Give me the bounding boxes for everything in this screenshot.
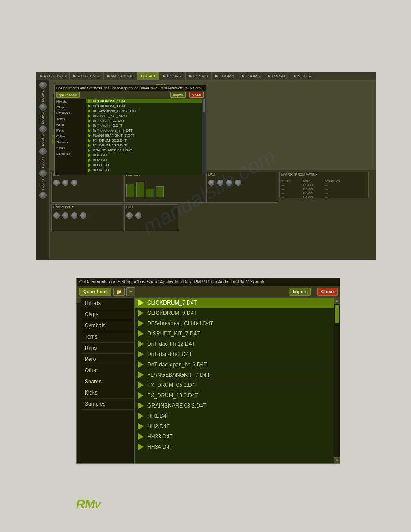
comp-ratio-knob[interactable] xyxy=(62,212,68,219)
scroll-down-btn[interactable]: ▼ xyxy=(334,457,340,463)
loop4-knob[interactable] xyxy=(39,170,47,177)
cat-cymbals-sm[interactable]: Cymbals xyxy=(55,110,86,116)
loop2-knob[interactable] xyxy=(39,125,47,133)
filter-cutoff-knob[interactable] xyxy=(208,180,214,186)
cat-cymbals[interactable]: Cymbals xyxy=(81,320,134,331)
cat-rims-sm[interactable]: Rims xyxy=(55,122,86,128)
tab-pads-33-48[interactable]: ▶PADS 33-48 xyxy=(104,72,137,80)
file-item-1-sm[interactable]: CLICKDRUM_7.D4T xyxy=(86,99,202,103)
file-item-14-sm[interactable]: HH33.D4T xyxy=(86,163,202,167)
tab-pads-01-16[interactable]: ▶PADS 01-16 xyxy=(36,72,70,80)
import-btn-small[interactable]: Import xyxy=(170,92,186,98)
cat-rims[interactable]: Rims xyxy=(81,343,134,354)
compressor-title: Compressor ▼ xyxy=(53,206,74,209)
cat-claps[interactable]: Claps xyxy=(81,309,134,320)
cat-hihats[interactable]: HiHats xyxy=(81,298,134,309)
lfo-section: LFO xyxy=(51,172,123,203)
bs-file-item-9[interactable]: FX_DRUM_05.2.D4T xyxy=(135,380,334,390)
comp-release-knob[interactable] xyxy=(71,212,77,219)
fb-scrollbar-small[interactable] xyxy=(202,99,206,175)
cat-scroll-up[interactable] xyxy=(77,298,81,303)
tab-loop-6[interactable]: ▶LOOP 6 xyxy=(264,72,290,80)
file-item-2-sm[interactable]: CLICKDRUM_9.D4T xyxy=(86,103,202,108)
volume-knob[interactable] xyxy=(39,82,47,89)
bs-file-item-14[interactable]: HH33.D4T xyxy=(135,432,334,442)
close-btn-small[interactable]: Close xyxy=(189,92,204,98)
tab-loop-5[interactable]: ▶LOOP 5 xyxy=(238,72,264,80)
tab-pads-17-32[interactable]: ▶PADS 17-32 xyxy=(70,72,103,80)
import-btn[interactable]: Import xyxy=(289,288,311,296)
filter-kbd-knob[interactable] xyxy=(235,180,241,186)
file-item-3-sm[interactable]: DFS-breabeat_CLhh-1.D4T xyxy=(86,108,202,113)
bs-file-item-6[interactable]: DnT-dad-hh-2.D4T xyxy=(135,349,334,360)
file-item-11-sm[interactable]: GRAINSNARE 08.2.D4T xyxy=(86,148,202,153)
loop5-knob[interactable] xyxy=(39,192,47,199)
cat-toms[interactable]: Toms xyxy=(81,331,134,343)
cat-pero[interactable]: Pero xyxy=(81,354,134,365)
filter-env-knob[interactable] xyxy=(226,180,232,186)
bs-file-item-12[interactable]: HH1.D4T xyxy=(135,411,334,421)
cat-other-sm[interactable]: Other xyxy=(55,133,86,139)
cat-toms-sm[interactable]: Toms xyxy=(55,116,86,122)
tab-bar: ▶PADS 01-16 ▶PADS 17-32 ▶PADS 33-48 LOOP… xyxy=(36,72,376,80)
comp-threshold-knob[interactable] xyxy=(80,212,86,219)
exo-section: EXO xyxy=(124,204,178,231)
tab-setup[interactable]: ▶SETUP xyxy=(290,72,315,80)
cat-pero-sm[interactable]: Pero xyxy=(55,128,86,133)
tab-loop-4[interactable]: ▶LOOP 4 xyxy=(212,72,238,80)
cat-snares[interactable]: Snares xyxy=(81,376,134,387)
scroll-track xyxy=(334,304,340,457)
bs-file-item-15[interactable]: HH34.D4T xyxy=(135,442,334,452)
file-item-13-sm[interactable]: HH2.D4T xyxy=(86,158,202,163)
quick-look-btn-small[interactable]: Quick Look xyxy=(56,92,80,98)
close-btn[interactable]: Close xyxy=(317,288,338,296)
filter-res-knob[interactable] xyxy=(217,180,223,186)
file-item-6-sm[interactable]: DnT-dad-hh-2.D4T xyxy=(86,123,202,128)
tab-loop-2[interactable]: ▶LOOP 2 xyxy=(159,72,185,80)
lfo-tune-knob[interactable] xyxy=(71,180,77,186)
bs-scrollbar-right[interactable]: ▲ ▼ xyxy=(334,298,340,463)
cat-other[interactable]: Other xyxy=(81,365,134,376)
file-item-4-sm[interactable]: DISRUPT_KIT_7.D4T xyxy=(86,113,202,118)
cat-kicks-sm[interactable]: Kicks xyxy=(55,145,86,151)
cat-samples[interactable]: Samples xyxy=(81,399,134,410)
bs-file-item-3[interactable]: DFS-breabeat_CLhh-1.D4T xyxy=(135,318,334,329)
cat-scrollbar[interactable] xyxy=(77,298,81,463)
file-item-7-sm[interactable]: DnT-dad-open_hh-6.D4T xyxy=(86,128,202,133)
file-item-5-sm[interactable]: DnT-dad-hh-12.D4T xyxy=(86,118,202,123)
cat-snares-sm[interactable]: Snares xyxy=(55,139,86,145)
loop3-knob[interactable] xyxy=(39,148,47,155)
cat-kicks[interactable]: Kicks xyxy=(81,387,134,399)
file-item-10-sm[interactable]: FX_DRUM_13.2.D4T xyxy=(86,143,202,148)
exo-knob2[interactable] xyxy=(135,212,141,219)
bs-file-item-11[interactable]: GRAINSNARE 08.2.D4T xyxy=(135,401,334,411)
fb-files-small: CLICKDRUM_7.D4T CLICKDRUM_9.D4T DFS-brea… xyxy=(86,99,202,175)
loop1-knob[interactable] xyxy=(39,103,47,111)
bs-file-item-8[interactable]: FLANGEBANGKIT_7.D4T xyxy=(135,370,334,380)
folder-btn[interactable]: 📁 xyxy=(113,288,125,296)
quick-look-btn[interactable]: Quick Look xyxy=(79,288,111,296)
file-item-12-sm[interactable]: HH1.D4T xyxy=(86,153,202,158)
cat-claps-sm[interactable]: Claps xyxy=(55,104,86,110)
file-item-8-sm[interactable]: FLANGEBANGKIT_7.D4T xyxy=(86,133,202,138)
file-item-15-sm[interactable]: HH34.D4T xyxy=(86,167,202,172)
bs-file-item-4[interactable]: DISRUPT_KIT_7.D4T xyxy=(135,329,334,339)
arrow-up-btn[interactable]: ↑ xyxy=(126,287,135,296)
bs-file-item-1[interactable]: CLICKDRUM_7.D4T xyxy=(135,298,334,308)
tab-loop-1[interactable]: LOOP 1 xyxy=(137,72,159,80)
cat-hihats-sm[interactable]: HiHats xyxy=(55,99,86,104)
bs-file-item-2[interactable]: CLICKDRUM_9.D4T xyxy=(135,308,334,318)
comp-attack-knob[interactable] xyxy=(53,212,60,219)
cat-samples-sm[interactable]: Samples xyxy=(55,151,86,157)
bs-file-item-5[interactable]: DnT-dad-hh-12.D4T xyxy=(135,339,334,349)
bs-file-item-13[interactable]: HH2.D4T xyxy=(135,421,334,432)
lfo-rate-knob[interactable] xyxy=(53,180,60,186)
rmv-logo-bottom: RMV xyxy=(76,497,100,511)
exo-knob1[interactable] xyxy=(126,212,133,219)
bs-file-item-10[interactable]: FX_DRUM_13.2.D4T xyxy=(135,390,334,401)
scroll-up-btn[interactable]: ▲ xyxy=(334,298,340,304)
bs-file-item-7[interactable]: DnT-dad-open_hh-6.D4T xyxy=(135,360,334,370)
tab-loop-3[interactable]: ▶LOOP 3 xyxy=(186,72,212,80)
lfo-depth-knob[interactable] xyxy=(62,180,68,186)
file-item-9-sm[interactable]: FX_DRUM_05.2.D4T xyxy=(86,138,202,143)
